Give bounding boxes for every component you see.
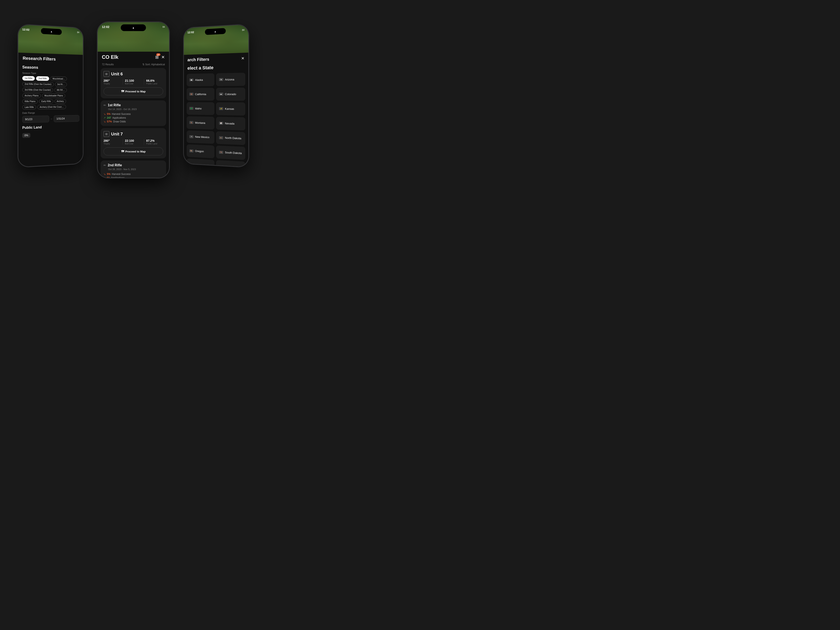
utah-label: Utah <box>195 164 201 167</box>
draw-label-1: Draw Odds <box>113 120 126 123</box>
nevada-flag: 🎲 <box>219 122 223 125</box>
proceed-label-unit7: Proceed to Map <box>125 150 146 153</box>
unit-6-public: 66.6% <box>146 79 163 82</box>
nav-icon-right: ▲ <box>214 30 216 33</box>
time-right: 12:02 <box>187 31 194 35</box>
tag-late-rifle[interactable]: Late Rifle <box>22 105 36 110</box>
proceed-map-unit6[interactable]: 🗺 Proceed to Map <box>104 87 163 95</box>
unit-7-trophy-label: Trophy <box>104 142 120 145</box>
unit-7-name: Unit 7 <box>111 132 123 136</box>
state-new-mexico[interactable]: ☀ New Mexico <box>187 130 215 144</box>
unit-6-trophy: 280" <box>104 79 120 82</box>
unit-7-trophy: 280" <box>104 139 120 142</box>
tag-archery-otc[interactable]: Archery (Over the Coun… <box>37 104 66 109</box>
state-alaska[interactable]: 🏔 Alaska <box>187 73 215 86</box>
apps-trend-2: ↘ <box>104 177 106 178</box>
tag-3rd-rifle-otc[interactable]: 3rd Rifle (Over the Counter) <box>22 88 53 92</box>
phone-center: ▲ 12:02 84 CO Elk ⊞ 12 <box>98 22 169 178</box>
nav-icon-center: ▲ <box>132 26 134 29</box>
draw-trend-1: ↘ <box>104 120 106 123</box>
filter-count-badge: 12 <box>156 53 160 56</box>
dynamic-island-center: ▲ <box>121 24 146 31</box>
tag-muzzleloader[interactable]: Muzzleload… <box>51 76 67 81</box>
oregon-flag: 🦫 <box>189 149 193 152</box>
proceed-map-unit7[interactable]: 🗺 Proceed to Map <box>104 147 163 155</box>
battery-left: 84 <box>77 31 79 33</box>
idaho-flag: 🌲 <box>189 107 193 110</box>
phone-left: ▲ 12:02 84 Research Filters Seasons Seas… <box>18 25 83 167</box>
tag-1st-rifle[interactable]: 1st Rifle <box>22 76 35 81</box>
season-2-dates: Oct 28, 2023 - Nov 5, 2023 <box>108 168 163 171</box>
colorado-flag: ⛰ <box>219 93 223 96</box>
newmexico-flag: ☀ <box>189 135 193 138</box>
unit-7-card: ⊞ Unit 7 280" Trophy 22:100 Bull:Cow <box>101 128 166 158</box>
filter-icon-button[interactable]: ⊞ 12 <box>155 55 159 60</box>
battery-right: 84 <box>242 29 245 31</box>
close-button-center[interactable]: ✕ <box>161 55 165 60</box>
state-oregon[interactable]: 🦫 Oregon <box>187 144 215 158</box>
unit-7-public: 87.2% <box>146 139 163 142</box>
tag-4th-rifle[interactable]: 4th Rif… <box>54 88 67 92</box>
state-washington[interactable]: 🌲 Washington <box>216 160 245 167</box>
season-1-name: 1st Rifle <box>108 103 121 107</box>
tag-muzzleloader-plains[interactable]: Muzzleloader Plains <box>42 93 65 98</box>
tag-archery[interactable]: Archery <box>54 99 66 104</box>
tag-archery-plains[interactable]: Archery Plains <box>22 93 41 98</box>
tag-early-rifle[interactable]: Early Rifle <box>39 99 53 104</box>
public-land-value: 0% <box>22 133 30 138</box>
date-start-input[interactable]: 9/1/23 <box>22 115 49 123</box>
apps-value-1: 247 <box>107 116 111 119</box>
states-grid: 🏔 Alaska 🏜 Arizona 🐻 California ⛰ C <box>184 73 248 167</box>
proceed-label-unit6: Proceed to Map <box>125 90 146 93</box>
alaska-label: Alaska <box>195 78 203 82</box>
california-flag: 🐻 <box>189 93 193 96</box>
alaska-flag: 🏔 <box>189 79 193 82</box>
unit-7-bullcow-label: Bull:Cow <box>125 142 142 145</box>
state-montana[interactable]: 🦌 Montana <box>187 116 215 129</box>
season-1st-rifle-card: ✏ 1st Rifle Oct 14, 2023 - Oct 18, 2023 … <box>101 100 166 126</box>
rifle-icon-2: ✏ <box>104 164 106 167</box>
state-utah[interactable]: 🏔 Utah <box>187 159 215 167</box>
unit-6-trophy-label: Trophy <box>104 82 120 85</box>
unit-7-bullcow: 22:100 <box>125 139 142 142</box>
harvest-trend-1: ↘ <box>104 112 106 115</box>
newmexico-label: New Mexico <box>195 135 210 139</box>
state-idaho[interactable]: 🌲 Idaho <box>187 102 215 115</box>
state-kansas[interactable]: 🌾 Kansas <box>216 102 245 115</box>
state-south-dakota[interactable]: 🦬 South Dakota <box>216 146 245 160</box>
state-arizona[interactable]: 🏜 Arizona <box>216 73 245 86</box>
harvest-value-1: 5% <box>107 112 111 115</box>
state-california[interactable]: 🐻 California <box>187 88 215 101</box>
tag-2nd-rifle-otc[interactable]: 2nd Rifle (Over the Counter) <box>22 82 54 87</box>
tag-rifle-plains[interactable]: Rifle Plains <box>22 99 38 104</box>
nav-icon-left: ▲ <box>51 30 53 33</box>
seasons-section-title: Seasons <box>22 65 79 71</box>
filters-screen: Research Filters Seasons Season Type 1st… <box>18 52 83 167</box>
draw-value-1: 57% <box>107 120 112 123</box>
close-button-right[interactable]: ✕ <box>241 56 245 61</box>
unit-7-public-label: Public Land <box>146 142 163 145</box>
state-north-dakota[interactable]: 🦅 North Dakota <box>216 131 245 145</box>
washington-flag: 🌲 <box>219 165 223 167</box>
tag-2nd-rifle[interactable]: 2nd Rifle <box>36 76 49 81</box>
map-icon-unit6: 🗺 <box>121 90 124 93</box>
results-count: 72 Results <box>102 63 114 66</box>
montana-label: Montana <box>195 121 205 124</box>
sort-button[interactable]: ⇅ Sort: Alphabetical <box>142 63 165 66</box>
season-2nd-rifle-card: ✏ 2nd Rifle Oct 28, 2023 - Nov 5, 2023 ↘… <box>101 160 166 178</box>
dynamic-island-left: ▲ <box>41 28 62 35</box>
season-2-name: 2nd Rifle <box>108 163 122 167</box>
dynamic-island-right: ▲ <box>205 28 226 35</box>
colorado-label: Colorado <box>225 93 236 96</box>
state-colorado[interactable]: ⛰ Colorado <box>216 88 245 101</box>
arizona-label: Arizona <box>225 78 234 81</box>
phone-right: ▲ 12:02 84 arch Filters ✕ elect a State <box>184 25 248 167</box>
harvest-label-1: Harvest Success <box>112 112 131 115</box>
california-label: California <box>195 93 206 96</box>
southdakota-flag: 🦬 <box>219 151 223 154</box>
state-nevada[interactable]: 🎲 Nevada <box>216 117 245 130</box>
season-1-dates: Oct 14, 2023 - Oct 18, 2023 <box>108 108 163 111</box>
date-end-input[interactable]: 1/31/24 <box>54 115 79 122</box>
tag-3rd-rifle[interactable]: 3rd Ri… <box>55 82 67 87</box>
sort-icon: ⇅ <box>142 63 144 66</box>
